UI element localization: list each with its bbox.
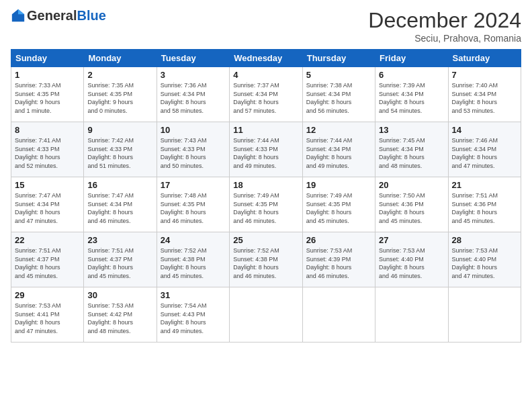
- calendar-cell: 25Sunrise: 7:52 AMSunset: 4:38 PMDayligh…: [230, 232, 302, 287]
- calendar-cell: 10Sunrise: 7:43 AMSunset: 4:33 PMDayligh…: [157, 122, 229, 177]
- week-row-5: 29Sunrise: 7:53 AMSunset: 4:41 PMDayligh…: [11, 287, 521, 342]
- weekday-header-monday: Monday: [84, 50, 157, 67]
- day-number: 15: [15, 180, 80, 190]
- day-info: Sunrise: 7:53 AMSunset: 4:40 PMDaylight:…: [379, 246, 444, 280]
- day-number: 25: [233, 235, 298, 245]
- day-info: Sunrise: 7:53 AMSunset: 4:40 PMDaylight:…: [452, 246, 517, 280]
- day-number: 24: [161, 235, 226, 245]
- day-info: Sunrise: 7:49 AMSunset: 4:35 PMDaylight:…: [233, 191, 298, 225]
- day-info: Sunrise: 7:52 AMSunset: 4:38 PMDaylight:…: [233, 246, 298, 280]
- day-number: 12: [306, 125, 371, 135]
- day-number: 19: [306, 180, 371, 190]
- day-info: Sunrise: 7:52 AMSunset: 4:38 PMDaylight:…: [161, 246, 226, 280]
- calendar-cell: 26Sunrise: 7:53 AMSunset: 4:39 PMDayligh…: [302, 232, 375, 287]
- title-block: December 2024 Seciu, Prahova, Romania: [368, 8, 521, 44]
- calendar-cell: [448, 287, 521, 342]
- day-info: Sunrise: 7:47 AMSunset: 4:34 PMDaylight:…: [15, 191, 80, 225]
- day-number: 27: [379, 235, 444, 245]
- calendar-cell: 5Sunrise: 7:38 AMSunset: 4:34 PMDaylight…: [302, 67, 375, 122]
- day-info: Sunrise: 7:48 AMSunset: 4:35 PMDaylight:…: [161, 191, 226, 225]
- day-number: 26: [306, 235, 371, 245]
- day-info: Sunrise: 7:47 AMSunset: 4:34 PMDaylight:…: [87, 191, 152, 225]
- header: GeneralBlue December 2024 Seciu, Prahova…: [11, 8, 521, 44]
- calendar-cell: [375, 287, 448, 342]
- calendar-cell: [230, 287, 302, 342]
- calendar-cell: 8Sunrise: 7:41 AMSunset: 4:33 PMDaylight…: [11, 122, 84, 177]
- day-info: Sunrise: 7:44 AMSunset: 4:34 PMDaylight:…: [306, 136, 371, 170]
- week-row-1: 1Sunrise: 7:33 AMSunset: 4:35 PMDaylight…: [11, 67, 521, 122]
- svg-marker-1: [18, 9, 24, 14]
- day-info: Sunrise: 7:35 AMSunset: 4:35 PMDaylight:…: [87, 81, 152, 115]
- weekday-header-wednesday: Wednesday: [230, 50, 302, 67]
- day-info: Sunrise: 7:53 AMSunset: 4:42 PMDaylight:…: [87, 302, 152, 335]
- day-number: 16: [87, 180, 152, 190]
- day-number: 20: [379, 180, 444, 190]
- day-number: 7: [452, 70, 517, 80]
- logo: GeneralBlue: [11, 8, 106, 23]
- calendar-cell: 13Sunrise: 7:45 AMSunset: 4:34 PMDayligh…: [375, 122, 448, 177]
- day-info: Sunrise: 7:50 AMSunset: 4:36 PMDaylight:…: [379, 191, 444, 225]
- day-number: 1: [15, 70, 80, 80]
- calendar-cell: 12Sunrise: 7:44 AMSunset: 4:34 PMDayligh…: [302, 122, 375, 177]
- day-info: Sunrise: 7:49 AMSunset: 4:35 PMDaylight:…: [306, 191, 371, 225]
- day-info: Sunrise: 7:51 AMSunset: 4:37 PMDaylight:…: [15, 246, 80, 280]
- calendar-cell: 9Sunrise: 7:42 AMSunset: 4:33 PMDaylight…: [84, 122, 157, 177]
- day-info: Sunrise: 7:36 AMSunset: 4:34 PMDaylight:…: [161, 81, 226, 115]
- logo-icon: [11, 8, 26, 23]
- calendar-table: SundayMondayTuesdayWednesdayThursdayFrid…: [11, 49, 521, 342]
- day-info: Sunrise: 7:39 AMSunset: 4:34 PMDaylight:…: [379, 81, 444, 115]
- calendar-cell: 6Sunrise: 7:39 AMSunset: 4:34 PMDaylight…: [375, 67, 448, 122]
- weekday-header-sunday: Sunday: [11, 50, 84, 67]
- day-info: Sunrise: 7:33 AMSunset: 4:35 PMDaylight:…: [15, 81, 80, 115]
- calendar-cell: 14Sunrise: 7:46 AMSunset: 4:34 PMDayligh…: [448, 122, 521, 177]
- week-row-4: 22Sunrise: 7:51 AMSunset: 4:37 PMDayligh…: [11, 232, 521, 287]
- calendar-cell: 17Sunrise: 7:48 AMSunset: 4:35 PMDayligh…: [157, 177, 229, 232]
- weekday-header-friday: Friday: [375, 50, 448, 67]
- calendar-cell: 18Sunrise: 7:49 AMSunset: 4:35 PMDayligh…: [230, 177, 302, 232]
- day-number: 5: [306, 70, 371, 80]
- calendar-cell: 7Sunrise: 7:40 AMSunset: 4:34 PMDaylight…: [448, 67, 521, 122]
- day-info: Sunrise: 7:38 AMSunset: 4:34 PMDaylight:…: [306, 81, 371, 115]
- calendar-cell: 20Sunrise: 7:50 AMSunset: 4:36 PMDayligh…: [375, 177, 448, 232]
- calendar-cell: 30Sunrise: 7:53 AMSunset: 4:42 PMDayligh…: [84, 287, 157, 342]
- day-number: 23: [87, 235, 152, 245]
- day-info: Sunrise: 7:54 AMSunset: 4:43 PMDaylight:…: [161, 302, 226, 335]
- calendar-cell: 24Sunrise: 7:52 AMSunset: 4:38 PMDayligh…: [157, 232, 229, 287]
- day-info: Sunrise: 7:53 AMSunset: 4:41 PMDaylight:…: [15, 302, 80, 335]
- day-number: 11: [233, 125, 298, 135]
- weekday-header-tuesday: Tuesday: [157, 50, 229, 67]
- day-number: 22: [15, 235, 80, 245]
- weekday-header-saturday: Saturday: [448, 50, 521, 67]
- day-number: 9: [87, 125, 152, 135]
- calendar-cell: 3Sunrise: 7:36 AMSunset: 4:34 PMDaylight…: [157, 67, 229, 122]
- day-info: Sunrise: 7:53 AMSunset: 4:39 PMDaylight:…: [306, 246, 371, 280]
- calendar-cell: 16Sunrise: 7:47 AMSunset: 4:34 PMDayligh…: [84, 177, 157, 232]
- week-row-3: 15Sunrise: 7:47 AMSunset: 4:34 PMDayligh…: [11, 177, 521, 232]
- calendar-cell: 31Sunrise: 7:54 AMSunset: 4:43 PMDayligh…: [157, 287, 229, 342]
- calendar-cell: 21Sunrise: 7:51 AMSunset: 4:36 PMDayligh…: [448, 177, 521, 232]
- day-number: 4: [233, 70, 298, 80]
- location-subtitle: Seciu, Prahova, Romania: [368, 33, 521, 44]
- day-number: 29: [15, 290, 80, 300]
- calendar-cell: 22Sunrise: 7:51 AMSunset: 4:37 PMDayligh…: [11, 232, 84, 287]
- day-info: Sunrise: 7:45 AMSunset: 4:34 PMDaylight:…: [379, 136, 444, 170]
- day-info: Sunrise: 7:51 AMSunset: 4:37 PMDaylight:…: [87, 246, 152, 280]
- day-info: Sunrise: 7:37 AMSunset: 4:34 PMDaylight:…: [233, 81, 298, 115]
- day-number: 2: [87, 70, 152, 80]
- day-number: 17: [161, 180, 226, 190]
- day-info: Sunrise: 7:42 AMSunset: 4:33 PMDaylight:…: [87, 136, 152, 170]
- day-number: 18: [233, 180, 298, 190]
- logo-blue-text: Blue: [77, 9, 105, 22]
- calendar-cell: 27Sunrise: 7:53 AMSunset: 4:40 PMDayligh…: [375, 232, 448, 287]
- calendar-cell: 11Sunrise: 7:44 AMSunset: 4:33 PMDayligh…: [230, 122, 302, 177]
- day-info: Sunrise: 7:51 AMSunset: 4:36 PMDaylight:…: [452, 191, 517, 225]
- calendar-cell: 4Sunrise: 7:37 AMSunset: 4:34 PMDaylight…: [230, 67, 302, 122]
- day-number: 6: [379, 70, 444, 80]
- day-number: 8: [15, 125, 80, 135]
- day-number: 3: [161, 70, 226, 80]
- calendar-cell: 1Sunrise: 7:33 AMSunset: 4:35 PMDaylight…: [11, 67, 84, 122]
- calendar-cell: 19Sunrise: 7:49 AMSunset: 4:35 PMDayligh…: [302, 177, 375, 232]
- day-info: Sunrise: 7:41 AMSunset: 4:33 PMDaylight:…: [15, 136, 80, 170]
- calendar-cell: 2Sunrise: 7:35 AMSunset: 4:35 PMDaylight…: [84, 67, 157, 122]
- weekday-header-thursday: Thursday: [302, 50, 375, 67]
